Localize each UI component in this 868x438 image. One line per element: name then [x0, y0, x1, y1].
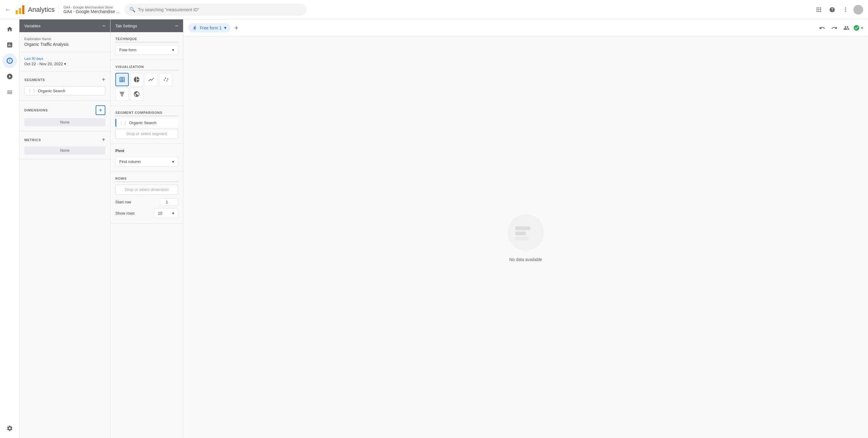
scatter-icon — [162, 76, 169, 83]
share-icon — [843, 25, 849, 31]
add-metric-button[interactable]: + — [102, 136, 105, 143]
date-range-dropdown-icon: ▾ — [64, 62, 66, 66]
undo-icon — [819, 25, 825, 31]
svg-rect-8 — [820, 9, 821, 10]
sidebar-settings-button[interactable] — [2, 421, 17, 436]
svg-rect-10 — [818, 11, 819, 12]
redo-button[interactable] — [829, 23, 840, 33]
segments-header: SEGMENTS + — [24, 76, 105, 83]
funnel-icon — [119, 91, 125, 97]
show-rows-dropdown[interactable]: 10 ▾ — [154, 208, 178, 218]
settings-icon — [6, 425, 13, 432]
analytics-logo: Analytics — [14, 4, 55, 15]
date-range-selector[interactable]: Oct 22 - Nov 20, 2022 ▾ — [24, 62, 105, 66]
add-segment-button[interactable]: + — [102, 76, 105, 83]
svg-rect-0 — [16, 10, 18, 14]
undo-button[interactable] — [817, 23, 828, 33]
analytics-logo-icon — [14, 4, 26, 15]
pivot-dropdown[interactable]: First column ▾ — [115, 157, 178, 167]
technique-dropdown[interactable]: Free form ▾ — [115, 45, 178, 55]
more-options-button[interactable] — [840, 4, 851, 15]
grid-icon-button[interactable] — [813, 4, 824, 15]
sidebar-item-advertising[interactable] — [2, 69, 17, 84]
viz-funnel-button[interactable] — [115, 87, 129, 101]
pivot-value: First column — [119, 159, 141, 164]
grid-icon — [816, 7, 822, 13]
svg-rect-23 — [121, 96, 123, 96]
tab-settings-minimize-icon[interactable]: − — [175, 23, 178, 29]
show-rows-value: 10 — [158, 211, 162, 216]
pie-icon — [133, 76, 140, 83]
tab-settings-panel: Tab Settings − TECHNIQUE Free form ▾ VIS… — [111, 20, 183, 438]
viz-line-button[interactable] — [145, 73, 158, 86]
viz-globe-button[interactable] — [130, 87, 143, 101]
nav-right — [813, 4, 863, 15]
start-row-input[interactable] — [160, 198, 178, 206]
sidebar-item-configure[interactable] — [2, 85, 17, 99]
variables-minimize-icon[interactable]: − — [102, 23, 105, 29]
search-bar[interactable]: 🔍 — [124, 4, 307, 16]
account-info: GA4 - Google Merchandise Store GA4 - Goo… — [58, 5, 120, 14]
line-icon — [148, 76, 155, 83]
table-icon — [119, 76, 125, 83]
viz-table-button[interactable] — [115, 73, 129, 86]
segment-label: Organic Search — [38, 89, 65, 93]
segment-comparison-organic[interactable]: ⋮⋮ Organic Search — [115, 119, 178, 127]
content-area: Free form 1 ▾ + — [183, 20, 868, 438]
tab-icon — [192, 26, 197, 30]
toolbar-actions: ▾ — [817, 23, 863, 33]
back-button[interactable]: ← — [5, 6, 11, 13]
exploration-name-label: Exploration Name: — [24, 37, 105, 41]
exploration-name-value: Organic Traffic Analysis — [24, 42, 105, 47]
help-icon-button[interactable] — [827, 4, 838, 15]
help-icon — [829, 7, 835, 13]
metrics-header: METRICS + — [24, 136, 105, 143]
save-dropdown-btn[interactable]: ▾ — [861, 26, 863, 30]
rows-label: ROWS — [115, 177, 178, 182]
svg-rect-5 — [820, 7, 821, 8]
technique-value: Free form — [119, 48, 136, 52]
svg-rect-4 — [818, 7, 819, 8]
technique-label: TECHNIQUE — [115, 37, 178, 42]
viz-scatter-button[interactable] — [159, 73, 173, 86]
segments-section: SEGMENTS + ⋮⋮ Organic Search — [20, 71, 110, 100]
viz-pie-button[interactable] — [130, 73, 143, 86]
user-avatar[interactable] — [854, 5, 863, 14]
show-rows-row: Show rows 10 ▾ — [115, 208, 178, 218]
tab-dropdown-button[interactable]: ▾ — [224, 25, 226, 31]
segment-comparison-label: Organic Search — [129, 121, 156, 125]
segment-comparisons-label: SEGMENT COMPARISONS — [115, 111, 178, 116]
no-data-text: No data available — [509, 257, 542, 262]
svg-rect-20 — [120, 92, 124, 93]
pivot-label: Pivot — [115, 149, 178, 154]
account-main: GA4 - Google Merchandise ... — [63, 9, 120, 14]
visualization-section: VISUALIZATION — [111, 60, 183, 106]
save-status[interactable]: ▾ — [853, 25, 863, 31]
redo-icon — [831, 25, 837, 31]
svg-rect-26 — [515, 231, 526, 235]
dimensions-header: DIMENSIONS + — [24, 105, 105, 115]
rows-drop-zone[interactable]: Drop or select dimension — [115, 185, 178, 194]
variables-panel-title: Variables — [24, 24, 40, 28]
pivot-section: Pivot First column ▾ — [111, 144, 183, 172]
segment-drop-zone[interactable]: Drop or select segment — [115, 129, 178, 139]
add-dimension-button[interactable]: + — [96, 105, 105, 115]
sidebar-item-reports[interactable] — [2, 38, 17, 52]
metrics-title: METRICS — [24, 138, 41, 142]
svg-rect-7 — [818, 9, 819, 10]
show-rows-label: Show rows — [115, 211, 135, 216]
configure-icon — [6, 89, 13, 96]
active-tab[interactable]: Free form 1 ▾ — [188, 23, 231, 32]
top-navigation: ← Analytics GA4 - Google Merchandise Sto… — [0, 0, 868, 20]
variables-panel: Variables − Exploration Name: Organic Tr… — [20, 20, 111, 438]
sidebar-item-home[interactable] — [2, 22, 17, 36]
add-tab-button[interactable]: + — [233, 23, 240, 33]
svg-rect-9 — [817, 11, 817, 12]
sidebar-item-explore[interactable] — [2, 54, 17, 68]
segment-chip-organic-search[interactable]: ⋮⋮ Organic Search — [24, 86, 105, 95]
search-input[interactable] — [138, 7, 302, 12]
globe-icon — [133, 91, 140, 97]
share-button[interactable] — [841, 23, 852, 33]
metrics-section: METRICS + None — [20, 131, 110, 160]
dimensions-section: DIMENSIONS + None — [20, 100, 110, 131]
